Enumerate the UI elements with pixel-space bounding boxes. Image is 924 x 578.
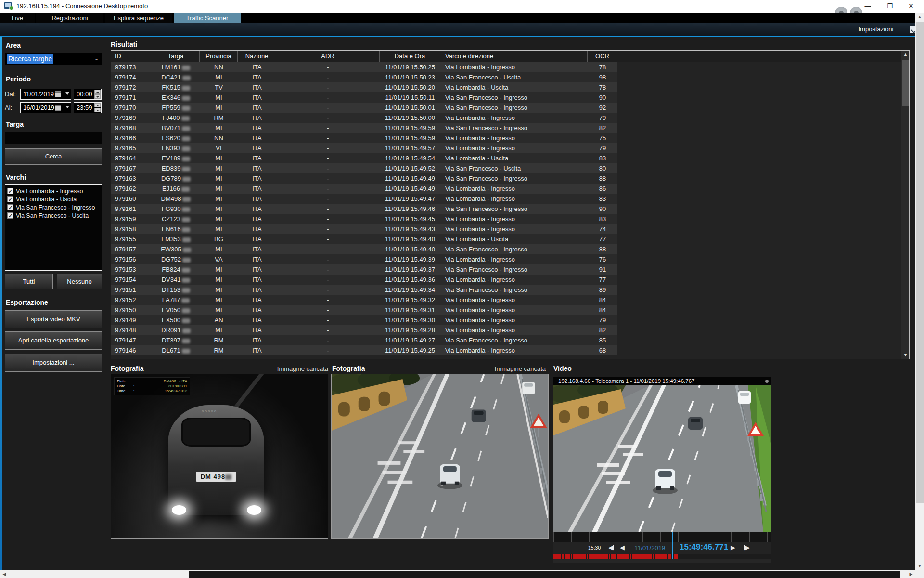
scrollbar-thumb[interactable] <box>189 571 900 578</box>
table-row[interactable]: 979152FA787MIITA-11/01/19 15.49.32Via Lo… <box>111 295 617 305</box>
restore-button[interactable]: ❐ <box>882 0 898 13</box>
date-from-field[interactable]: 11/01/2019 <box>20 89 71 100</box>
plate-photo-panel[interactable]: ooooo DM 498 Plate:DM498.. - ITA Date:20… <box>111 374 328 539</box>
gate-checkbox-item[interactable]: ✓Via Lombardia - Ingresso <box>6 187 101 195</box>
checkbox-checked-icon[interactable]: ✓ <box>7 212 13 219</box>
area-dropdown[interactable]: Ricerca targhe ⌄ <box>5 53 102 65</box>
table-row[interactable]: 979146DL671RMITA-11/01/19 15.49.25Via Lo… <box>111 345 617 355</box>
chevron-down-icon[interactable]: ⌄ <box>91 53 102 65</box>
table-row[interactable]: 979167ED839MIITA-11/01/19 15.49.52Via Sa… <box>111 163 617 173</box>
col-id[interactable]: ID <box>111 51 152 62</box>
table-row[interactable]: 979168BV071MIITA-11/01/19 15.49.59Via Sa… <box>111 123 617 133</box>
col-provincia[interactable]: Provincia <box>200 51 238 62</box>
chevron-down-icon[interactable] <box>65 92 69 95</box>
rdp-vertical-scrollbar[interactable]: ▲ ▼ <box>915 13 924 570</box>
time-spinner[interactable] <box>94 103 101 112</box>
rdp-horizontal-scrollbar[interactable]: ◀ ▶ <box>0 570 915 578</box>
table-row[interactable]: 979148DR091MIITA-11/01/19 15.49.28Via Lo… <box>111 325 617 335</box>
context-photo-panel[interactable] <box>331 374 549 539</box>
table-row[interactable]: 979153FB824MIITA-11/01/19 15.49.37Via Sa… <box>111 264 617 275</box>
export-settings-button[interactable]: Impostazioni ... <box>5 354 102 372</box>
table-scrollbar[interactable]: ▲ ▼ <box>901 51 909 359</box>
gate-checkbox-item[interactable]: ✓Via San Francesco - Ingresso <box>6 203 101 211</box>
step-back-button[interactable]: ◀ <box>608 544 614 551</box>
chevron-down-icon[interactable] <box>65 106 69 108</box>
table-row[interactable]: 979166FS620NNITA-11/01/19 15.49.59Via Lo… <box>111 133 617 143</box>
table-row[interactable]: 979156DG752VAITA-11/01/19 15.49.39Via Lo… <box>111 254 617 264</box>
tab-traffic-scanner[interactable]: Traffic Scanner <box>174 13 241 23</box>
spinner-down-icon[interactable] <box>94 94 101 99</box>
step-forward-button[interactable]: ▶ <box>744 544 750 551</box>
table-row[interactable]: 979155FM353BGITA-11/01/19 15.49.40Via Lo… <box>111 234 617 244</box>
table-row[interactable]: 979147DT397RMITA-11/01/19 15.49.27Via Sa… <box>111 335 617 345</box>
spinner-down-icon[interactable] <box>94 108 101 112</box>
close-button[interactable]: ✕ <box>903 0 919 13</box>
gate-checkbox-item[interactable]: ✓Via San Francesco - Uscita <box>6 211 101 220</box>
col-data-ora[interactable]: Data e Ora <box>380 51 440 62</box>
impostazioni-button[interactable]: Impostazioni <box>852 25 900 34</box>
export-mkv-button[interactable]: Esporta video MKV <box>5 310 102 328</box>
table-row[interactable]: 979162EJ166MIITA-11/01/19 15.49.49Via Lo… <box>111 184 617 194</box>
time-from-field[interactable]: 00:00 <box>74 89 102 100</box>
scroll-up-icon[interactable]: ▲ <box>901 51 910 58</box>
timeline-cursor[interactable] <box>672 532 673 559</box>
table-row[interactable]: 979172FK515TVITA-11/01/19 15.50.20Via Lo… <box>111 82 617 92</box>
table-row[interactable]: 979150EV050MIITA-11/01/19 15.49.31Via Lo… <box>111 305 617 315</box>
col-ocr[interactable]: OCR <box>588 51 617 62</box>
select-none-button[interactable]: Nessuno <box>57 274 102 289</box>
scroll-up-icon[interactable]: ▲ <box>915 13 924 21</box>
col-varco-direzione[interactable]: Varco e direzione <box>440 51 588 62</box>
calendar-icon[interactable] <box>55 91 61 97</box>
timeline-ruler[interactable] <box>553 532 771 542</box>
tab-live[interactable]: Live <box>0 13 35 23</box>
table-row[interactable]: 979164EV189MIITA-11/01/19 15.49.54Via Lo… <box>111 153 617 163</box>
play-button[interactable]: ▶ <box>731 544 735 551</box>
scroll-left-icon[interactable]: ◀ <box>0 570 9 578</box>
table-row[interactable]: 979165FN393VIITA-11/01/19 15.49.57Via Lo… <box>111 143 617 153</box>
open-export-folder-button[interactable]: Apri cartella esportazione <box>5 331 102 350</box>
scrollbar-thumb[interactable] <box>916 22 924 503</box>
table-row[interactable]: 979158EN616MIITA-11/01/19 15.49.43Via Lo… <box>111 224 617 234</box>
table-row[interactable]: 979171EX346MIITA-11/01/19 15.50.11Via Sa… <box>111 92 617 103</box>
col-nazione[interactable]: Nazione <box>238 51 276 62</box>
calendar-icon[interactable] <box>55 105 61 111</box>
table-row[interactable]: 979157EW305MIITA-11/01/19 15.49.40Via Sa… <box>111 244 617 254</box>
select-all-button[interactable]: Tutti <box>5 274 53 289</box>
col-adr[interactable]: ADR <box>276 51 380 62</box>
table-row[interactable]: 979161FG930MIITA-11/01/19 15.49.46Via Sa… <box>111 204 617 214</box>
table-row[interactable]: 979149EX500ANITA-11/01/19 15.49.30Via Lo… <box>111 315 617 325</box>
scrollbar-thumb[interactable] <box>902 60 909 106</box>
video-frame[interactable] <box>553 385 771 532</box>
table-row[interactable]: 979159CZ123MIITA-11/01/19 15.49.45Via Lo… <box>111 214 617 224</box>
search-button[interactable]: Cerca <box>5 148 102 165</box>
recording-timeline[interactable] <box>553 554 771 559</box>
scroll-down-icon[interactable]: ▼ <box>915 562 924 570</box>
scroll-down-icon[interactable]: ▼ <box>901 351 910 359</box>
tab-registrazioni[interactable]: Registrazioni <box>36 13 103 23</box>
checkbox-checked-icon[interactable]: ✓ <box>7 196 13 202</box>
playback-date[interactable]: 11/01/2019 <box>634 544 665 552</box>
spinner-up-icon[interactable] <box>94 103 101 107</box>
checkbox-checked-icon[interactable]: ✓ <box>7 204 13 210</box>
checkbox-checked-icon[interactable]: ✓ <box>7 188 13 194</box>
time-spinner[interactable] <box>94 90 101 99</box>
col-targa[interactable]: Targa <box>152 51 200 62</box>
plate-redaction <box>182 227 190 232</box>
spinner-up-icon[interactable] <box>94 90 101 94</box>
table-row[interactable]: 979170FP559MIITA-11/01/19 15.50.01Via Sa… <box>111 103 617 113</box>
table-row[interactable]: 979169FJ400RMITA-11/01/19 15.50.00Via Lo… <box>111 113 617 123</box>
table-row[interactable]: 979163DG789MIITA-11/01/19 15.49.49Via Sa… <box>111 173 617 184</box>
scroll-right-icon[interactable]: ▶ <box>907 570 915 578</box>
table-row[interactable]: 979154DV341MIITA-11/01/19 15.49.36Via Lo… <box>111 275 617 285</box>
video-player-panel[interactable]: 192.168.4.66 - Telecamera 1 - 11/01/2019… <box>553 377 771 563</box>
table-row[interactable]: 979173LM161NNITA-11/01/19 15.50.25Via Lo… <box>111 62 617 72</box>
tab-esplora-sequenze[interactable]: Esplora sequenze <box>105 13 172 23</box>
play-backward-button[interactable]: ◀ <box>620 544 625 551</box>
date-to-field[interactable]: 16/01/2019 <box>20 102 71 113</box>
table-row[interactable]: 979151DT153MIITA-11/01/19 15.49.34Via Sa… <box>111 285 617 295</box>
gate-checkbox-item[interactable]: ✓Via Lombardia - Uscita <box>6 195 101 203</box>
table-row[interactable]: 979160DM498MIITA-11/01/19 15.49.47Via Lo… <box>111 194 617 204</box>
time-to-field[interactable]: 23:59 <box>74 102 102 113</box>
plate-search-input[interactable] <box>5 132 102 144</box>
table-row[interactable]: 979174DC421MIITA-11/01/19 15.50.23Via Sa… <box>111 72 617 82</box>
